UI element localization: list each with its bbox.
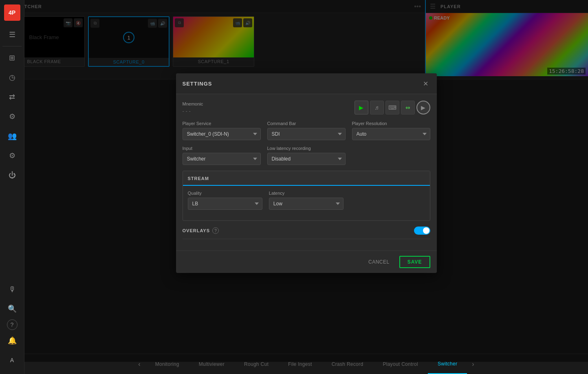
sidebar-bottom: 🎙 🔍 ? 🔔 A (3, 279, 21, 374)
latency-group: Latency Low (269, 191, 344, 210)
player-resolution-group: Player Resolution Auto (352, 121, 430, 140)
sidebar-divider-1 (2, 46, 22, 46)
app-logo: 4P (3, 3, 21, 22)
command-bar-group: Command Bar SDI (267, 121, 346, 140)
stream-title: STREAM (188, 176, 209, 181)
modal-close-button[interactable]: ✕ (421, 79, 430, 88)
dashboard-icon[interactable]: ⊞ (3, 49, 21, 67)
quality-group: Quality LB (188, 191, 262, 210)
modal-header: SETTINGS ✕ (176, 73, 437, 94)
settings-cog-icon[interactable]: ⚙ (3, 108, 21, 125)
overlays-left: OVERLAYS ? (183, 227, 219, 234)
stream-form-row: Quality LB Latency Low (188, 191, 425, 210)
overlays-row: OVERLAYS ? (183, 227, 430, 239)
low-latency-label: Low latency recording (267, 146, 346, 151)
arrows-icon-btn[interactable]: ⇔ (401, 101, 415, 114)
cancel-button[interactable]: CANCEL (363, 256, 395, 268)
search-icon[interactable]: 🔍 (3, 300, 21, 318)
quality-label: Quality (188, 191, 262, 196)
mnemonic-label: Mnemonic (183, 101, 203, 106)
overlays-section: OVERLAYS ? (183, 227, 430, 242)
overlays-help-icon[interactable]: ? (212, 227, 219, 234)
command-bar-select[interactable]: SDI (267, 128, 346, 140)
keyboard-icon-btn[interactable]: ⌨ (385, 101, 399, 114)
stream-section: STREAM Quality LB Latency L (183, 171, 430, 221)
bell-icon[interactable]: 🔔 (3, 332, 21, 350)
low-latency-select[interactable]: Disabled (267, 153, 346, 165)
mnemonic-icons: ▶ ♬ ⌨ ⇔ ▶ (355, 101, 430, 114)
modal-body: Mnemonic - - - ▶ ♬ ⌨ ⇔ ▶ Player Service … (176, 94, 437, 251)
input-label: Input (183, 146, 261, 151)
power-icon[interactable]: ⏻ (3, 166, 21, 184)
logo-box: 4P (4, 4, 20, 21)
form-row-2: Input Switcher Low latency recording Dis… (183, 146, 430, 165)
stream-body: Quality LB Latency Low (183, 186, 430, 220)
input-select[interactable]: Switcher (183, 153, 261, 165)
overlays-label: OVERLAYS (183, 228, 210, 233)
help-icon[interactable]: ? (7, 319, 18, 330)
toggle-thumb (423, 227, 429, 234)
input-group: Input Switcher (183, 146, 261, 165)
player-service-label: Player Service (183, 121, 261, 126)
mnemonic-value: - - - (183, 108, 203, 114)
latency-select[interactable]: Low (269, 198, 344, 210)
player-service-group: Player Service Switcher_0 (SDI-N) (183, 121, 261, 140)
placeholder-group (352, 146, 430, 165)
player-resolution-select[interactable]: Auto (352, 128, 430, 140)
command-bar-label: Command Bar (267, 121, 346, 126)
video-icon-btn[interactable]: ▶ (355, 101, 368, 114)
user-avatar[interactable]: A (3, 351, 21, 369)
mic-mute-icon[interactable]: 🎙 (3, 280, 21, 298)
mnemonic-row: Mnemonic - - - ▶ ♬ ⌨ ⇔ ▶ (183, 101, 430, 114)
circle-play-btn[interactable]: ▶ (416, 101, 430, 114)
toggle-track[interactable] (414, 227, 430, 235)
audio-wave-icon-btn[interactable]: ♬ (370, 101, 384, 114)
player-resolution-label: Player Resolution (352, 121, 430, 126)
gear-icon[interactable]: ⚙ (3, 147, 21, 165)
form-row-1: Player Service Switcher_0 (SDI-N) Comman… (183, 121, 430, 140)
route-icon[interactable]: ⇄ (3, 88, 21, 106)
stream-header: STREAM (183, 171, 430, 186)
save-button[interactable]: SAVE (399, 256, 430, 268)
mnemonic-left: Mnemonic - - - (183, 101, 203, 114)
modal-title: SETTINGS (183, 81, 212, 87)
sidebar: 4P ☰ ⊞ ◷ ⇄ ⚙ 👥 ⚙ ⏻ 🎙 🔍 ? 🔔 A (0, 0, 24, 374)
settings-modal: SETTINGS ✕ Mnemonic - - - ▶ ♬ ⌨ ⇔ ▶ (176, 73, 437, 273)
stream-placeholder (350, 191, 425, 210)
team-icon[interactable]: 👥 (3, 127, 21, 145)
low-latency-group: Low latency recording Disabled (267, 146, 346, 165)
overlays-toggle[interactable] (414, 227, 430, 235)
modal-footer: CANCEL SAVE (176, 251, 437, 273)
latency-label: Latency (269, 191, 344, 196)
player-service-select[interactable]: Switcher_0 (SDI-N) (183, 128, 261, 140)
modal-overlay: SETTINGS ✕ Mnemonic - - - ▶ ♬ ⌨ ⇔ ▶ (24, 0, 588, 362)
quality-select[interactable]: LB (188, 198, 262, 210)
clock-icon[interactable]: ◷ (3, 68, 21, 86)
hamburger-icon[interactable]: ☰ (3, 26, 21, 44)
